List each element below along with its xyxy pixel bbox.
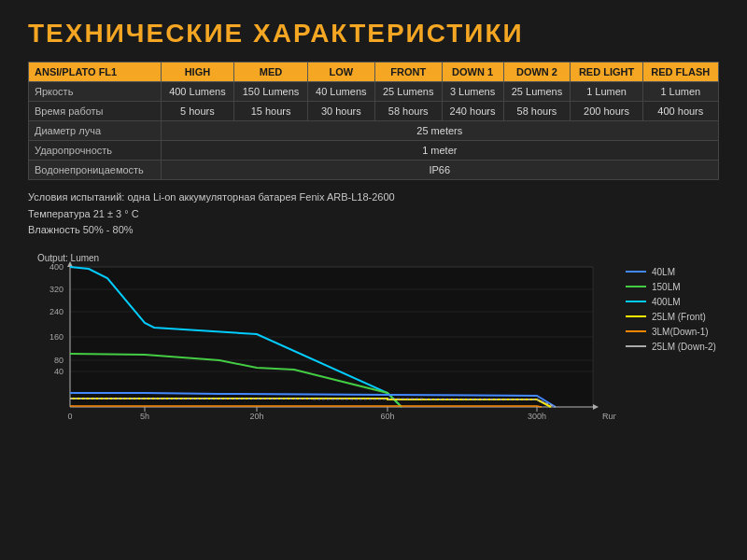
cell-runtime-redflash: 400 hours — [642, 102, 718, 121]
cell-brightness-redflash: 1 Lumen — [642, 82, 718, 102]
legend-item-25lm-down2: 25LM (Down-2) — [626, 342, 719, 352]
svg-text:80: 80 — [54, 356, 63, 365]
legend-line-40lm — [626, 271, 646, 273]
table-row: Ударопрочность 1 meter — [29, 141, 719, 161]
chart-svg: Output: Lumen 400 320 240 160 80 — [28, 248, 616, 430]
cell-brightness-front: 25 Lumens — [374, 82, 442, 102]
col-header-2: MED — [234, 63, 308, 82]
chart-legend: 40LM 150LM 400LM 25LM (Front) 3LM(Down-1… — [616, 248, 719, 430]
notes-line2: Температура 21 ± 3 ° С — [28, 206, 719, 223]
cell-runtime-redlight: 200 hours — [571, 102, 642, 121]
cell-brightness-low: 40 Lumens — [307, 82, 374, 102]
y-axis-label: Output: Lumen — [37, 253, 99, 263]
main-container: ТЕХНИЧЕСКИЕ ХАРАКТЕРИСТИКИ ANSI/PLATO FL… — [0, 0, 747, 560]
legend-item-3lm-down1: 3LM(Down-1) — [626, 327, 719, 337]
col-header-3: LOW — [307, 63, 374, 82]
legend-line-3lm-down1 — [626, 330, 646, 332]
cell-waterproof-value: IP66 — [161, 161, 718, 180]
col-header-7: RED LIGHT — [571, 63, 642, 82]
table-row: Водонепроницаемость IP66 — [29, 161, 719, 180]
notes-line1: Условия испытаний: одна Li-on аккумулято… — [28, 189, 719, 206]
col-header-4: FRONT — [374, 63, 442, 82]
notes-line3: Влажность 50% - 80% — [28, 222, 719, 239]
col-header-8: RED FLASH — [642, 63, 718, 82]
legend-label-3lm-down1: 3LM(Down-1) — [652, 327, 709, 337]
specs-table: ANSI/PLATO FL1 HIGH MED LOW FRONT DOWN 1… — [28, 62, 719, 180]
legend-label-25lm-front: 25LM (Front) — [652, 312, 706, 322]
svg-text:320: 320 — [49, 285, 63, 294]
cell-runtime-down2: 58 hours — [503, 102, 571, 121]
legend-line-150lm — [626, 286, 646, 287]
cell-runtime-med: 15 hours — [234, 102, 308, 121]
cell-brightness-med: 150 Lumens — [234, 82, 308, 102]
col-header-0: ANSI/PLATO FL1 — [29, 63, 162, 82]
row-label-brightness: Яркость — [29, 82, 162, 102]
page-title: ТЕХНИЧЕСКИЕ ХАРАКТЕРИСТИКИ — [28, 19, 719, 49]
chart-area: Output: Lumen 400 320 240 160 80 — [28, 248, 616, 430]
notes-section: Условия испытаний: одна Li-on аккумулято… — [28, 189, 719, 239]
svg-text:40: 40 — [54, 367, 63, 376]
table-row: Время работы 5 hours 15 hours 30 hours 5… — [29, 102, 719, 121]
svg-text:300h: 300h — [528, 412, 546, 421]
legend-label-40lm: 40LM — [652, 267, 675, 277]
legend-line-25lm-down2 — [626, 345, 646, 347]
cell-brightness-high: 400 Lumens — [161, 82, 234, 102]
svg-text:400: 400 — [49, 262, 63, 272]
table-header-row: ANSI/PLATO FL1 HIGH MED LOW FRONT DOWN 1… — [29, 63, 719, 82]
cell-impact-value: 1 meter — [161, 141, 718, 161]
legend-label-25lm-down2: 25LM (Down-2) — [652, 342, 716, 352]
cell-brightness-down2: 25 Lumens — [503, 82, 571, 102]
col-header-5: DOWN 1 — [442, 63, 503, 82]
chart-container: Output: Lumen 400 320 240 160 80 — [28, 248, 719, 430]
svg-text:160: 160 — [49, 332, 63, 342]
cell-runtime-high: 5 hours — [161, 102, 234, 121]
svg-text:60h: 60h — [380, 412, 394, 421]
col-header-1: HIGH — [161, 63, 234, 82]
cell-brightness-redlight: 1 Lumen — [571, 82, 642, 102]
row-label-waterproof: Водонепроницаемость — [29, 161, 162, 180]
legend-item-150lm: 150LM — [626, 282, 719, 292]
svg-text:20h: 20h — [249, 412, 263, 421]
row-label-runtime: Время работы — [29, 102, 162, 121]
svg-text:Runtime: hour: Runtime: hour — [602, 412, 616, 421]
row-label-impact: Ударопрочность — [29, 141, 162, 161]
legend-label-400lm: 400LM — [652, 297, 681, 307]
cell-runtime-front: 58 hours — [374, 102, 442, 121]
legend-item-40lm: 40LM — [626, 267, 719, 277]
legend-item-25lm-front: 25LM (Front) — [626, 312, 719, 322]
cell-runtime-low: 30 hours — [307, 102, 374, 121]
svg-marker-15 — [593, 404, 599, 410]
svg-text:5h: 5h — [140, 412, 149, 421]
legend-label-150lm: 150LM — [652, 282, 681, 292]
legend-line-25lm-front — [626, 315, 646, 317]
cell-runtime-down1: 240 hours — [442, 102, 503, 121]
legend-item-400lm: 400LM — [626, 297, 719, 307]
svg-text:240: 240 — [49, 307, 63, 316]
row-label-beam: Диаметр луча — [29, 121, 162, 141]
legend-line-400lm — [626, 301, 646, 302]
cell-beam-value: 25 meters — [161, 121, 718, 141]
cell-brightness-down1: 3 Lumens — [442, 82, 503, 102]
svg-text:0: 0 — [67, 412, 72, 421]
table-row: Диаметр луча 25 meters — [29, 121, 719, 141]
table-row: Яркость 400 Lumens 150 Lumens 40 Lumens … — [29, 82, 719, 102]
col-header-6: DOWN 2 — [503, 63, 571, 82]
